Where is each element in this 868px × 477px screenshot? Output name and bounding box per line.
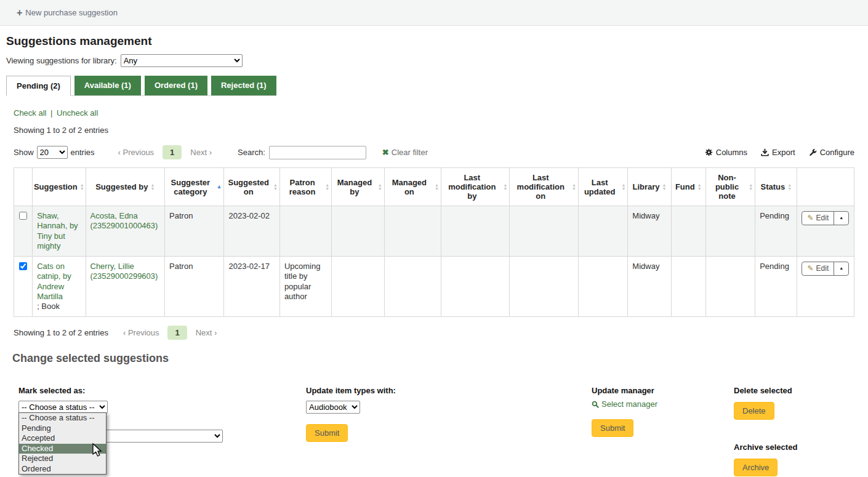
previous-page-button[interactable]: ‹ Previous <box>118 148 155 157</box>
row-checkbox[interactable] <box>19 262 27 270</box>
header-suggestion[interactable]: Suggestion▲▼ <box>33 168 86 206</box>
plus-icon: + <box>17 8 22 18</box>
current-page-button[interactable]: 1 <box>167 326 187 340</box>
suggested-by-link[interactable]: Acosta, Edna(23529001000463) <box>90 211 158 230</box>
table-footer: Showing 1 to 2 of 2 entries ‹ Previous 1… <box>14 326 854 340</box>
next-page-button[interactable]: Next › <box>190 148 212 157</box>
header-fund[interactable]: Fund▲▼ <box>671 168 705 206</box>
check-links-row: Check all | Uncheck all <box>14 108 854 118</box>
showing-entries-bottom: Showing 1 to 2 of 2 entries <box>14 328 108 337</box>
header-patron-reason[interactable]: Patron reason▲▼ <box>279 168 331 206</box>
status-option[interactable]: -- Choose a status -- <box>19 413 106 423</box>
item-type-select[interactable]: Audiobook <box>306 401 360 414</box>
tab-pending[interactable]: Pending (2) <box>6 76 71 96</box>
tab-ordered[interactable]: Ordered (1) <box>145 76 207 95</box>
sort-asc-icon: ▲ <box>217 184 222 190</box>
header-non-public-note[interactable]: Non-public note▲▼ <box>705 168 755 206</box>
sort-icon: ▲▼ <box>572 183 576 191</box>
clear-filter-label: Clear filter <box>392 148 428 157</box>
page-size-select[interactable]: 20 <box>37 146 68 159</box>
page-title: Suggestions management <box>6 34 862 48</box>
suggestions-table: Suggestion▲▼ Suggested by▲▼ Suggester ca… <box>14 167 854 317</box>
search-input[interactable] <box>269 146 366 159</box>
header-suggested-on[interactable]: Suggested on▲▼ <box>224 168 279 206</box>
showing-entries-top: Showing 1 to 2 of 2 entries <box>14 126 854 135</box>
download-icon <box>761 148 769 156</box>
last-updated-cell <box>578 257 627 317</box>
header-status[interactable]: Status▲▼ <box>755 168 797 206</box>
status-option[interactable]: Ordered <box>19 464 106 475</box>
current-page-button[interactable]: 1 <box>163 145 182 159</box>
clear-filter-x-icon: ✖ <box>382 148 389 157</box>
row-checkbox[interactable] <box>19 212 27 220</box>
table-row: Cats on catnip, by Andrew Martilla; Book… <box>14 257 854 317</box>
status-select[interactable]: -- Choose a status -- <box>18 401 108 414</box>
sort-icon: ▲▼ <box>697 183 702 191</box>
header-last-modification-on[interactable]: Last modification on▲▼ <box>510 168 578 206</box>
suggester-category-cell: Patron <box>165 257 224 317</box>
check-all-link[interactable]: Check all <box>14 108 46 118</box>
select-manager-link[interactable]: Select manager <box>592 399 657 409</box>
sort-icon: ▲▼ <box>80 183 84 191</box>
managed-on-cell <box>384 206 441 257</box>
pencil-icon: ✎ <box>807 214 813 223</box>
header-managed-by[interactable]: Managed by▲▼ <box>332 168 384 206</box>
sort-icon: ▲▼ <box>273 183 278 191</box>
previous-page-button[interactable]: ‹ Previous <box>123 328 159 337</box>
library-filter-select[interactable]: Any <box>121 54 243 67</box>
update-manager-column: Update manager Select manager Submit <box>592 386 657 437</box>
delete-archive-column: Delete selected Delete Archive selected … <box>734 386 797 476</box>
suggested-on-cell: 2023-02-02 <box>224 206 279 257</box>
sort-icon: ▲▼ <box>787 183 792 191</box>
next-page-button[interactable]: Next › <box>196 328 217 337</box>
new-purchase-suggestion-label: New purchase suggestion <box>25 8 118 17</box>
manager-submit-button[interactable]: Submit <box>592 419 633 437</box>
edit-dropdown-toggle[interactable]: ▲ <box>834 212 848 225</box>
caret-up-icon: ▲ <box>839 266 843 271</box>
actions-cell: ✎Edit ▲ <box>797 257 854 317</box>
edit-button[interactable]: ✎Edit <box>802 212 834 225</box>
suggested-on-cell: 2023-02-17 <box>224 257 279 317</box>
tab-rejected[interactable]: Rejected (1) <box>211 76 276 95</box>
fund-cell <box>671 257 705 317</box>
actions-cell: ✎Edit ▲ <box>797 206 854 257</box>
managed-by-cell <box>332 257 384 317</box>
header-suggested-by[interactable]: Suggested by▲▼ <box>86 168 165 206</box>
status-option[interactable]: Pending <box>19 423 106 434</box>
pencil-icon: ✎ <box>807 264 813 273</box>
header-library[interactable]: Library▲▼ <box>628 168 671 206</box>
edit-dropdown-toggle[interactable]: ▲ <box>834 262 848 275</box>
suggested-by-link[interactable]: Cherry, Lillie(23529000299603) <box>90 262 158 281</box>
show-label: Show <box>14 148 34 157</box>
uncheck-all-link[interactable]: Uncheck all <box>57 108 98 118</box>
archive-button[interactable]: Archive <box>734 459 778 476</box>
clear-filter-button[interactable]: ✖ Clear filter <box>382 148 428 157</box>
export-button[interactable]: Export <box>761 148 795 157</box>
sort-icon: ▲▼ <box>325 183 329 191</box>
non-public-note-cell <box>705 206 755 257</box>
page-size-control: Show 20 entries <box>14 146 95 159</box>
status-cell: Pending <box>755 257 797 317</box>
columns-button[interactable]: Columns <box>705 148 747 157</box>
library-filter-label: Viewing suggestions for library: <box>6 56 117 65</box>
suggestion-title-link[interactable]: Shaw, Hannah, by Tiny but mighty <box>37 211 78 251</box>
edit-button[interactable]: ✎Edit <box>802 262 834 275</box>
header-last-updated[interactable]: Last updated▲▼ <box>578 168 627 206</box>
suggestion-title-link[interactable]: Cats on catnip, by Andrew Martilla <box>37 262 71 301</box>
header-managed-on[interactable]: Managed on▲▼ <box>384 168 441 206</box>
gear-icon <box>705 148 713 156</box>
last-modification-by-cell <box>441 257 510 317</box>
managed-on-cell <box>384 257 441 317</box>
managed-by-cell <box>332 206 384 257</box>
search-label: Search: <box>238 148 265 157</box>
last-modification-on-cell <box>510 206 578 257</box>
configure-button[interactable]: Configure <box>809 148 854 157</box>
new-purchase-suggestion-link[interactable]: + New purchase suggestion <box>17 8 118 18</box>
tab-available[interactable]: Available (1) <box>74 76 141 95</box>
delete-button[interactable]: Delete <box>734 402 774 420</box>
check-links-separator: | <box>50 108 52 118</box>
last-modification-by-cell <box>441 206 510 257</box>
header-suggester-category[interactable]: Suggester category▲ <box>165 168 224 206</box>
item-types-submit-button[interactable]: Submit <box>306 424 348 442</box>
header-last-modification-by[interactable]: Last modification by▲▼ <box>441 168 510 206</box>
